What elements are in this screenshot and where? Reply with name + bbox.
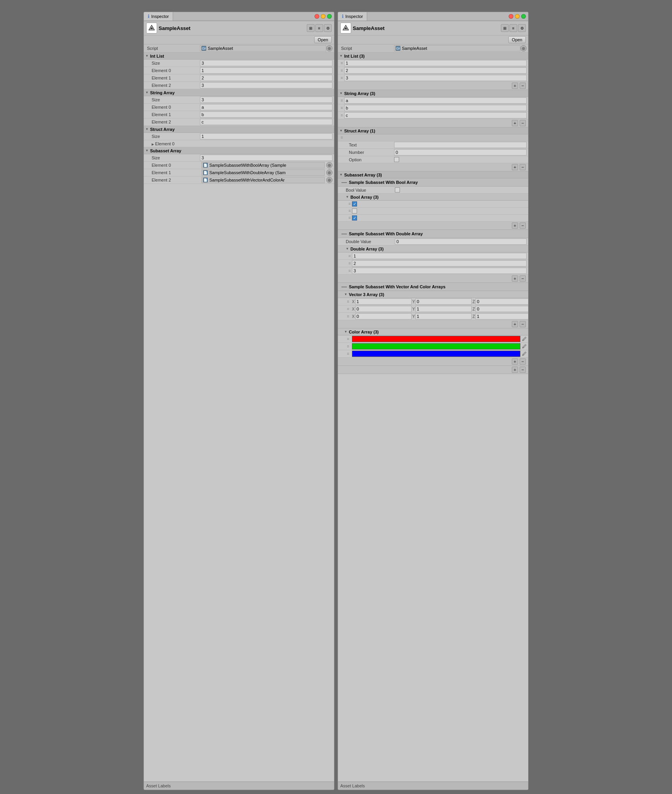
right-double-value-input[interactable]	[395, 238, 527, 245]
right-v3-y-input-1[interactable]	[416, 306, 472, 312]
left-subasset-size-input[interactable]	[200, 155, 332, 161]
right-int-list-remove-btn[interactable]: −	[520, 83, 526, 89]
right-int-list-header[interactable]: ▼ Int List (3)	[338, 53, 528, 60]
left-icon-btn-1[interactable]: ⊞	[307, 24, 315, 32]
right-vector3-remove-btn[interactable]: −	[520, 321, 526, 327]
left-subasset-el2-ref[interactable]: 📄 SampleSubassetWithVectorAndColorAr	[202, 177, 325, 183]
right-bool-checkbox-0[interactable]: ✓	[352, 201, 357, 206]
left-minimize-btn[interactable]	[321, 14, 325, 19]
left-maximize-btn[interactable]	[327, 14, 332, 19]
right-struct-number-input[interactable]	[394, 149, 527, 155]
right-v3-z-input-1[interactable]	[476, 306, 528, 312]
right-double-array-header[interactable]: ▼ Double Array (3)	[338, 245, 528, 252]
left-string-array-header[interactable]: ▼ String Array	[144, 89, 334, 96]
right-v3-z-input-0[interactable]	[476, 298, 528, 305]
right-icon-btn-1[interactable]: ⊞	[501, 24, 509, 32]
right-bool-array-remove-btn[interactable]: −	[520, 222, 526, 229]
right-vector-subsection-header[interactable]: — Sample Subasset With Vector And Color …	[338, 283, 528, 291]
right-inspector-tab[interactable]: ℹ Inspector	[338, 12, 367, 21]
right-color-bar-2[interactable]	[352, 351, 520, 357]
left-int-list-el1-input[interactable]	[200, 75, 332, 81]
left-struct-size-input[interactable]	[200, 133, 332, 139]
left-subasset-el0-ref[interactable]: 📄 SampleSubassetWithBoolArray (Sample	[202, 162, 325, 168]
left-struct-array-header[interactable]: ▼ Struct Array	[144, 126, 334, 133]
right-v3-x-input-2[interactable]	[355, 313, 412, 319]
left-string-el1-input[interactable]	[200, 111, 332, 118]
right-bool-array-header[interactable]: ▼ Bool Array (3)	[338, 194, 528, 201]
right-struct-array-header[interactable]: ▼ Struct Array (1)	[338, 127, 528, 134]
right-int-input-2[interactable]	[344, 75, 527, 81]
left-subasset-el2-circle[interactable]: ◎	[326, 177, 332, 183]
right-string-array-add-btn[interactable]: +	[512, 120, 518, 126]
right-int-input-0[interactable]	[344, 60, 527, 66]
right-open-button[interactable]: Open	[508, 36, 526, 43]
right-string-input-2[interactable]	[344, 112, 527, 118]
right-int-input-1[interactable]	[344, 67, 527, 74]
left-icon-btn-2[interactable]: ≡	[315, 24, 323, 32]
right-bool-checkbox-1[interactable]	[352, 208, 357, 213]
left-script-value[interactable]: C# SampleAsset	[200, 45, 326, 51]
right-color-array-add-btn[interactable]: +	[512, 358, 518, 365]
right-string-input-1[interactable]	[344, 105, 527, 111]
right-double-input-1[interactable]	[352, 260, 527, 266]
right-script-circle-btn[interactable]: ◎	[520, 45, 527, 51]
right-close-btn[interactable]	[509, 14, 513, 19]
right-bool-value-checkbox[interactable]	[395, 187, 400, 192]
right-struct-option-checkbox[interactable]	[394, 157, 399, 162]
left-subasset-el0-circle[interactable]: ◎	[326, 162, 332, 168]
right-minimize-btn[interactable]	[515, 14, 520, 19]
right-string-array-header[interactable]: ▼ String Array (3)	[338, 90, 528, 97]
left-string-size-input[interactable]	[200, 97, 332, 103]
right-eyedropper-1[interactable]: 🖉	[522, 344, 527, 349]
right-struct-text-input[interactable]	[394, 142, 527, 148]
right-color-array-header[interactable]: ▼ Color Array (3)	[338, 328, 528, 335]
right-v3-x-input-1[interactable]	[355, 306, 412, 312]
right-struct-array-add-btn[interactable]: +	[512, 164, 518, 170]
right-eyedropper-0[interactable]: 🖉	[522, 336, 527, 342]
right-color-array-remove-btn[interactable]: −	[520, 358, 526, 365]
right-subasset-header[interactable]: ▼ Subasset Array (3)	[338, 171, 528, 178]
right-double-input-2[interactable]	[352, 268, 527, 274]
right-struct-array-remove-btn[interactable]: −	[520, 164, 526, 170]
right-bool-subsection-header[interactable]: — Sample Subasset With Bool Array	[338, 178, 528, 187]
left-int-list-el0-input[interactable]	[200, 67, 332, 74]
right-vector3-add-btn[interactable]: +	[512, 321, 518, 327]
left-string-el0-input[interactable]	[200, 104, 332, 110]
left-subasset-array-header[interactable]: ▼ Subasset Array	[144, 147, 334, 154]
left-subasset-el1-circle[interactable]: ◎	[326, 169, 332, 176]
right-double-array-add-btn[interactable]: +	[512, 275, 518, 282]
left-inspector-tab[interactable]: ℹ Inspector	[144, 12, 173, 21]
right-double-input-0[interactable]	[352, 253, 527, 259]
right-subasset-final-remove-btn[interactable]: −	[520, 367, 526, 373]
right-bool-array-add-btn[interactable]: +	[512, 222, 518, 229]
left-close-btn[interactable]	[315, 14, 319, 19]
right-v3-y-input-2[interactable]	[416, 313, 472, 319]
right-subasset-final-add-btn[interactable]: +	[512, 367, 518, 373]
right-string-array-remove-btn[interactable]: −	[520, 120, 526, 126]
left-int-list-header[interactable]: ▼ Int List	[144, 53, 334, 60]
right-icon-btn-3[interactable]: ⚙	[518, 24, 526, 32]
right-int-list-add-btn[interactable]: +	[512, 83, 518, 89]
right-color-bar-1[interactable]	[352, 343, 520, 349]
right-double-array-remove-btn[interactable]: −	[520, 275, 526, 282]
right-v3-x-input-0[interactable]	[355, 298, 412, 305]
right-icon-btn-2[interactable]: ≡	[509, 24, 517, 32]
right-script-value[interactable]: C# SampleAsset	[394, 45, 520, 51]
right-eyedropper-2[interactable]: 🖉	[522, 351, 527, 356]
right-string-input-0[interactable]	[344, 97, 527, 104]
right-color-bar-0[interactable]	[352, 336, 520, 342]
left-int-list-size-input[interactable]	[200, 60, 332, 66]
right-vector3-array-header[interactable]: ▼ Vector 3 Array (3)	[338, 291, 528, 298]
left-subasset-el1-ref[interactable]: 📄 SampleSubassetWithDoubleArray (Sam	[202, 169, 325, 176]
left-script-circle-btn[interactable]: ◎	[326, 45, 332, 51]
left-icon-btn-3[interactable]: ⚙	[324, 24, 332, 32]
right-string-item-1: =	[338, 104, 528, 112]
left-int-list-el2-input[interactable]	[200, 82, 332, 88]
left-open-button[interactable]: Open	[314, 36, 332, 43]
right-v3-z-input-2[interactable]	[476, 313, 528, 319]
right-maximize-btn[interactable]	[521, 14, 526, 19]
left-string-el2-input[interactable]	[200, 119, 332, 125]
right-bool-checkbox-2[interactable]: ✓	[352, 215, 357, 221]
right-v3-y-input-0[interactable]	[416, 298, 472, 305]
right-double-subsection-header[interactable]: — Sample Subasset With Double Array	[338, 230, 528, 238]
